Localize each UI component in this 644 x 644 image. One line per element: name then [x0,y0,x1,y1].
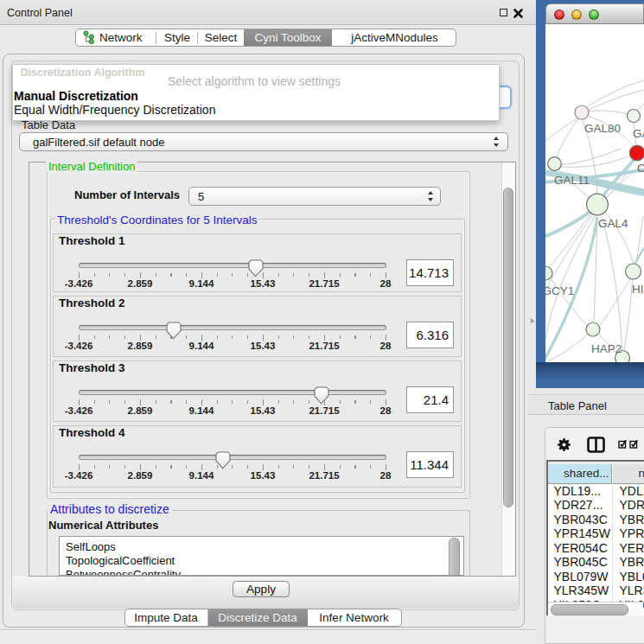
svg-text:GA: GA [633,127,644,140]
svg-text:GAL4: GAL4 [598,217,628,230]
svg-text:GAL11: GAL11 [554,174,590,187]
svg-text:C: C [637,162,644,175]
svg-text:HAP2: HAP2 [591,342,622,355]
svg-text:GAL80: GAL80 [584,122,621,135]
svg-text:HI: HI [632,283,644,296]
svg-text:GCY1: GCY1 [545,284,574,297]
